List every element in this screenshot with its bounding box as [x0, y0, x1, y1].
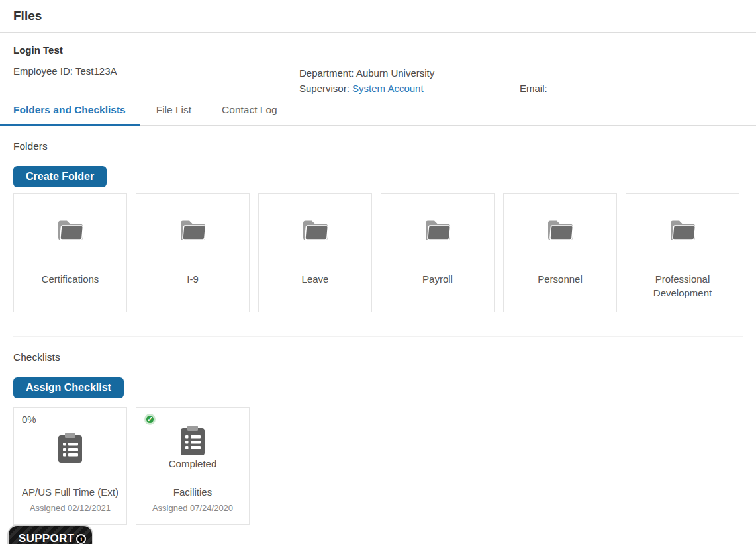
folder-icon-area: [626, 194, 739, 267]
folder-name: Personnel: [504, 267, 616, 286]
progress-percent: 0%: [14, 408, 126, 430]
assign-checklist-button[interactable]: Assign Checklist: [13, 377, 124, 398]
folder-icon: [420, 216, 455, 245]
folder-icon-area: [504, 194, 616, 267]
checklist-assigned-date: Assigned 07/24/2020: [136, 503, 249, 513]
completed-status-label: Completed: [136, 458, 249, 469]
folder-icon: [665, 216, 700, 245]
folder-icon-area: [381, 194, 494, 267]
folder-name: Leave: [259, 267, 371, 286]
checklist-assigned-date: Assigned 02/12/2021: [14, 503, 126, 513]
folder-card-certifications[interactable]: Certifications: [13, 193, 127, 312]
employee-name: Login Test: [13, 33, 743, 56]
email-label: Email:: [520, 81, 547, 96]
folder-name: Certifications: [14, 267, 126, 286]
folder-card-personnel[interactable]: Personnel: [503, 193, 617, 312]
section-divider: [13, 336, 743, 337]
checklist-title: AP/US Full Time (Ext): [14, 486, 126, 498]
info-icon: i: [76, 534, 86, 544]
supervisor-row: Supervisor: System Account: [299, 81, 520, 96]
checklists-heading: Checklists: [13, 351, 743, 363]
folders-section: Folders Create Folder Certifications: [0, 140, 756, 312]
folder-icon-area: [14, 194, 126, 267]
folder-icon: [543, 216, 577, 245]
support-badge-label: SUPPORT: [19, 532, 74, 544]
tab-file-list[interactable]: File List: [156, 104, 191, 125]
folder-card-payroll[interactable]: Payroll: [381, 193, 495, 312]
checklist-cards: 0%: [13, 407, 743, 525]
checklist-card-apus-full-time[interactable]: 0%: [13, 407, 127, 525]
folder-card-leave[interactable]: Leave: [258, 193, 372, 312]
supervisor-link[interactable]: System Account: [352, 83, 424, 94]
department: Department: Auburn University: [299, 66, 520, 81]
checklist-icon-wrap: [136, 425, 249, 459]
department-supervisor-block: Department: Auburn University Supervisor…: [299, 66, 520, 96]
completed-check-icon: ✓: [144, 414, 156, 425]
folder-name: I-9: [136, 267, 249, 286]
create-folder-button[interactable]: Create Folder: [13, 166, 107, 187]
folder-icon: [175, 216, 210, 245]
active-tab-indicator: [0, 124, 140, 126]
tab-contact-log[interactable]: Contact Log: [222, 104, 277, 125]
folder-icon: [298, 216, 332, 245]
checklist-card-facilities[interactable]: ✓: [136, 407, 250, 525]
tab-bar: Folders and Checklists File List Contact…: [0, 104, 756, 126]
folders-heading: Folders: [13, 140, 743, 152]
files-page: Files Login Test Employee ID: Test123A D…: [0, 0, 756, 544]
employee-profile: Login Test Employee ID: Test123A Departm…: [0, 33, 756, 96]
folder-name: Professional Development: [626, 267, 739, 300]
folder-icon: [53, 216, 87, 245]
checklist-title: Facilities: [136, 486, 249, 498]
folder-card-professional-development[interactable]: Professional Development: [626, 193, 739, 312]
clipboard-icon: [56, 432, 84, 467]
checklist-icon-wrap: [14, 432, 126, 467]
tab-folders-and-checklists[interactable]: Folders and Checklists: [13, 104, 126, 125]
employee-info-row: Employee ID: Test123A Department: Auburn…: [13, 66, 743, 96]
checklist-card-top: 0%: [14, 408, 126, 480]
supervisor-label: Supervisor:: [299, 83, 350, 94]
folder-icon-area: [259, 194, 371, 267]
folder-cards: Certifications I-9: [13, 193, 743, 312]
folder-name: Payroll: [381, 267, 494, 286]
checklist-card-top: ✓: [136, 408, 249, 480]
support-badge[interactable]: SUPPORT i: [7, 525, 93, 544]
employee-id: Employee ID: Test123A: [13, 66, 299, 96]
clipboard-icon: [179, 425, 207, 459]
checklists-section: Checklists Assign Checklist 0%: [0, 351, 756, 525]
folder-card-i9[interactable]: I-9: [136, 193, 250, 312]
page-title: Files: [0, 0, 756, 33]
folder-icon-area: [136, 194, 249, 267]
